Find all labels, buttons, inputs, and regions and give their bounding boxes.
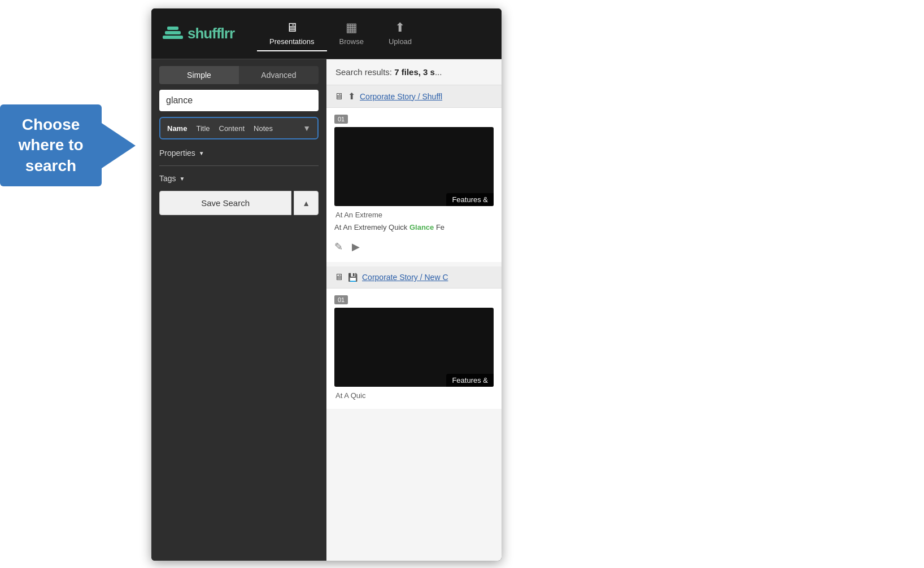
scope-notes[interactable]: Notes bbox=[254, 124, 273, 133]
slide-text-before-1: At An Extremely Quick bbox=[334, 223, 409, 231]
slide-title-overlay-2: Features & bbox=[446, 374, 494, 387]
nav-tabs: 🖥 Presentations ▦ Browse ⬆ Upload bbox=[257, 16, 424, 51]
upload-icon-1: ⬆ bbox=[348, 91, 355, 102]
tab-advanced[interactable]: Advanced bbox=[239, 66, 319, 84]
scope-name[interactable]: Name bbox=[167, 124, 187, 133]
properties-section: Properties ▼ bbox=[159, 148, 319, 158]
file-group-1: 🖥 ⬆ Corporate Story / Shuffl 01 Features… bbox=[326, 85, 502, 262]
save-search-dropdown-button[interactable]: ▲ bbox=[294, 191, 319, 215]
sidebar: Simple Advanced Name Title Content Notes… bbox=[151, 59, 326, 561]
svg-rect-1 bbox=[165, 31, 181, 34]
scope-selector[interactable]: Name Title Content Notes ▼ bbox=[159, 117, 319, 139]
results-header: Search results: 7 files, 3 s... bbox=[326, 59, 502, 85]
logo-text: shufflrr bbox=[188, 25, 234, 42]
edit-icon[interactable]: ✎ bbox=[334, 241, 343, 253]
results-panel: Search results: 7 files, 3 s... 🖥 ⬆ Corp… bbox=[326, 59, 502, 561]
svg-rect-2 bbox=[167, 27, 178, 30]
upload-icon: ⬆ bbox=[395, 20, 405, 35]
tab-simple[interactable]: Simple bbox=[159, 66, 239, 84]
slide-thumbnail-1[interactable]: Features & bbox=[334, 127, 494, 206]
tab-browse[interactable]: ▦ Browse bbox=[327, 16, 376, 51]
file-path-2[interactable]: Corporate Story / New C bbox=[362, 273, 448, 282]
app-container: shufflrr 🖥 Presentations ▦ Browse ⬆ Uplo… bbox=[151, 8, 502, 561]
svg-rect-0 bbox=[163, 36, 183, 39]
search-input-wrap bbox=[159, 90, 319, 111]
file-path-1[interactable]: Corporate Story / Shuffl bbox=[360, 92, 442, 101]
slide-num-badge-2: 01 bbox=[334, 295, 348, 304]
callout-arrow: Choose where to search bbox=[0, 104, 136, 186]
scope-content[interactable]: Content bbox=[219, 124, 245, 133]
file-group-1-header: 🖥 ⬆ Corporate Story / Shuffl bbox=[326, 85, 502, 108]
slide-text-1: At An Extremely Quick Glance Fe bbox=[334, 222, 494, 233]
search-mode-tabs: Simple Advanced bbox=[159, 66, 319, 84]
tags-chevron-icon: ▼ bbox=[180, 176, 185, 182]
save-search-row: Save Search ▲ bbox=[159, 191, 319, 215]
slide-highlight-1: Glance bbox=[409, 223, 434, 231]
scope-row: Name Title Content Notes ▼ bbox=[167, 124, 311, 133]
scope-chevron-icon[interactable]: ▼ bbox=[303, 124, 311, 133]
tags-section: Tags ▼ bbox=[159, 174, 319, 183]
logo-accent: rr bbox=[224, 25, 234, 42]
tab-upload[interactable]: ⬆ Upload bbox=[376, 16, 424, 51]
divider bbox=[159, 165, 319, 166]
monitor-icon-2: 🖥 bbox=[334, 272, 343, 282]
top-nav: shufflrr 🖥 Presentations ▦ Browse ⬆ Uplo… bbox=[151, 8, 502, 59]
tags-label[interactable]: Tags ▼ bbox=[159, 174, 319, 183]
search-input[interactable] bbox=[159, 90, 319, 111]
monitor-icon: 🖥 bbox=[334, 91, 343, 102]
play-icon[interactable]: ▶ bbox=[352, 241, 360, 253]
slide-subtitle-1: At An Extreme bbox=[334, 211, 494, 219]
slide-thumbnail-2[interactable]: Features & bbox=[334, 308, 494, 387]
browse-icon: ▦ bbox=[346, 20, 358, 35]
properties-chevron-icon: ▼ bbox=[199, 150, 204, 156]
slide-actions-1: ✎ ▶ bbox=[334, 237, 494, 256]
slide-num-badge-1: 01 bbox=[334, 115, 348, 124]
presentations-icon: 🖥 bbox=[286, 20, 298, 35]
properties-label[interactable]: Properties ▼ bbox=[159, 148, 319, 158]
save-icon: 💾 bbox=[348, 273, 358, 282]
file-group-2: 🖥 💾 Corporate Story / New C 01 Features … bbox=[326, 266, 502, 409]
tab-presentations[interactable]: 🖥 Presentations bbox=[257, 16, 327, 51]
slide-card-2: 01 Features & At A Quic bbox=[326, 289, 502, 409]
tab-upload-label: Upload bbox=[389, 37, 412, 46]
tab-browse-label: Browse bbox=[339, 37, 364, 46]
scope-title[interactable]: Title bbox=[196, 124, 210, 133]
logo-icon bbox=[163, 25, 183, 42]
callout-text: Choose where to search bbox=[0, 104, 102, 186]
save-search-button[interactable]: Save Search bbox=[159, 191, 291, 215]
slide-text-after-1: Fe bbox=[434, 223, 444, 231]
tab-presentations-label: Presentations bbox=[269, 37, 315, 46]
arrow-shape bbox=[102, 123, 136, 168]
logo-main: shuffl bbox=[188, 25, 224, 42]
logo-area: shufflrr bbox=[163, 25, 234, 42]
slide-card-1: 01 Features & At An Extreme At An Extrem… bbox=[326, 108, 502, 262]
file-group-2-header: 🖥 💾 Corporate Story / New C bbox=[326, 266, 502, 289]
save-search-arrow-icon: ▲ bbox=[302, 199, 310, 208]
slide-subtitle-2: At A Quic bbox=[334, 391, 494, 400]
slide-title-overlay-1: Features & bbox=[446, 193, 494, 206]
